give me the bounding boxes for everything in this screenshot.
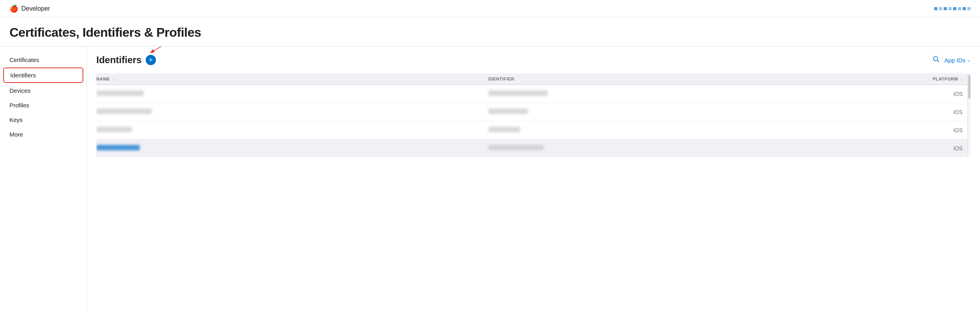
top-nav-left: 🍎 Developer <box>9 4 50 13</box>
sidebar-item-certificates[interactable]: Certificates <box>3 53 83 67</box>
add-identifier-button[interactable]: + <box>146 55 156 65</box>
table-cell-identifier <box>488 121 880 139</box>
annotation-container: 点此添加新的应用标识符 <box>146 47 193 56</box>
page-header: Certificates, Identifiers & Profiles <box>0 17 980 47</box>
table-header: NAME ↓ IDENTIFIER PLATFORM ↓ <box>96 73 967 85</box>
section-header: Identifiers + 点此添加新的应用标 <box>96 54 971 66</box>
blurred-id-1 <box>488 90 548 96</box>
search-button[interactable] <box>933 56 940 65</box>
table-container: NAME ↓ IDENTIFIER PLATFORM ↓ <box>96 73 971 157</box>
sidebar-item-certificates-label: Certificates <box>9 56 39 63</box>
annotation-arrow-svg <box>146 47 193 55</box>
nav-dot-1 <box>934 7 937 10</box>
table-cell-identifier <box>488 85 880 103</box>
section-actions: App IDs ⌄ <box>933 56 971 65</box>
sidebar-item-identifiers[interactable]: Identifiers <box>3 67 83 83</box>
table-cell-identifier <box>488 103 880 121</box>
svg-line-2 <box>937 60 939 62</box>
nav-dot-2 <box>939 7 942 10</box>
scrollbar-thumb[interactable] <box>968 75 971 99</box>
table-cell-name <box>96 121 488 139</box>
table-cell-name <box>96 103 488 121</box>
nav-dot-6 <box>958 7 961 10</box>
blurred-name-4 <box>96 145 140 150</box>
nav-dot-4 <box>948 7 952 10</box>
table-cell-platform: iOS <box>880 85 967 103</box>
main-content: Identifiers + 点此添加新的应用标 <box>87 47 980 311</box>
nav-dot-3 <box>944 7 947 10</box>
nav-dot-7 <box>963 7 966 10</box>
filter-dropdown-button[interactable]: App IDs ⌄ <box>944 57 971 64</box>
chevron-down-icon: ⌄ <box>967 58 971 63</box>
layout: Certificates Identifiers Devices Profile… <box>0 47 980 311</box>
blurred-id-2 <box>488 109 528 114</box>
svg-line-0 <box>151 47 177 52</box>
sidebar-item-profiles-label: Profiles <box>9 102 29 109</box>
sidebar-item-devices[interactable]: Devices <box>3 84 83 97</box>
table-row[interactable]: iOS <box>96 103 967 121</box>
sort-arrow-name: ↓ <box>113 77 115 81</box>
table-cell-platform: iOS <box>880 103 967 121</box>
sidebar-item-identifiers-label: Identifiers <box>10 72 36 79</box>
sidebar-item-keys-label: Keys <box>9 116 23 123</box>
table-cell-identifier <box>488 139 880 157</box>
table-cell-platform: iOS <box>880 121 967 139</box>
blurred-id-3 <box>488 127 520 132</box>
section-title: Identifiers <box>96 54 142 66</box>
filter-label: App IDs <box>944 57 965 64</box>
blurred-name-3 <box>96 127 132 132</box>
page-title: Certificates, Identifiers & Profiles <box>9 25 971 40</box>
col-platform-header[interactable]: PLATFORM ↓ <box>880 73 967 85</box>
sidebar-item-more[interactable]: More <box>3 127 83 141</box>
top-nav-right <box>934 7 971 10</box>
developer-brand-label: Developer <box>21 5 50 12</box>
table-cell-platform: iOS <box>880 139 967 157</box>
nav-dot-8 <box>967 7 971 10</box>
apple-logo-icon: 🍎 <box>9 4 18 13</box>
section-title-area: Identifiers + 点此添加新的应用标 <box>96 54 156 66</box>
blurred-name-2 <box>96 109 152 114</box>
sidebar-item-keys[interactable]: Keys <box>3 113 83 127</box>
sort-arrow-platform: ↓ <box>961 77 963 81</box>
col-identifier-header: IDENTIFIER <box>488 73 880 85</box>
table-row[interactable]: iOS <box>96 85 967 103</box>
sidebar-item-profiles[interactable]: Profiles <box>3 98 83 112</box>
nav-dot-5 <box>953 7 956 10</box>
sidebar-item-more-label: More <box>9 131 23 138</box>
sidebar: Certificates Identifiers Devices Profile… <box>0 47 87 311</box>
identifiers-table: NAME ↓ IDENTIFIER PLATFORM ↓ <box>96 73 967 157</box>
table-row[interactable]: iOS <box>96 121 967 139</box>
sidebar-item-devices-label: Devices <box>9 87 30 94</box>
top-nav: 🍎 Developer <box>0 0 980 17</box>
search-icon <box>933 56 940 63</box>
blurred-name-1 <box>96 90 144 96</box>
table-cell-name <box>96 139 488 157</box>
table-cell-name <box>96 85 488 103</box>
blurred-id-4 <box>488 145 544 150</box>
col-name-header[interactable]: NAME ↓ <box>96 73 488 85</box>
scrollbar-track[interactable] <box>967 73 971 157</box>
table-row[interactable]: iOS <box>96 139 967 157</box>
table-body: iOS iOS <box>96 85 967 157</box>
